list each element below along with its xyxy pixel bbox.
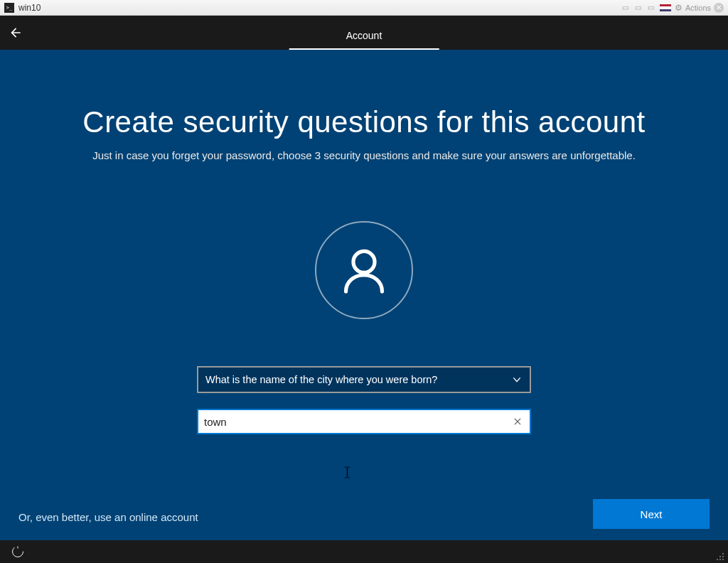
security-question-selected: What is the name of the city where you w…	[205, 374, 437, 385]
svg-point-5	[717, 559, 718, 560]
vm-close-icon[interactable]: ✕	[714, 3, 724, 13]
text-cursor-icon	[344, 466, 350, 478]
oobe-bottombar	[0, 540, 728, 563]
svg-point-2	[722, 553, 724, 554]
tab-account[interactable]: Account	[289, 21, 439, 50]
vm-title: win10	[18, 3, 41, 13]
svg-point-4	[722, 556, 724, 557]
oobe-header: Account	[0, 16, 728, 50]
security-answer-input[interactable]	[204, 416, 511, 428]
svg-point-6	[719, 559, 721, 560]
vm-titlebar: win10 ▭ ▭ ▭ ⚙ Actions ✕	[0, 0, 728, 16]
main-content: Create security questions for this accou…	[0, 50, 728, 540]
ease-of-access-button[interactable]	[10, 544, 26, 559]
use-online-account-link[interactable]: Or, even better, use an online account	[18, 511, 198, 523]
clear-input-button[interactable]	[511, 415, 524, 428]
answer-input-wrap[interactable]	[197, 409, 531, 434]
vm-flag-icon[interactable]	[660, 4, 671, 11]
vm-app-icon	[4, 3, 14, 13]
avatar	[315, 221, 413, 319]
vm-display-icon-3[interactable]: ▭	[646, 3, 657, 13]
gear-icon[interactable]: ⚙	[674, 3, 684, 13]
vm-actions-label[interactable]: Actions	[685, 4, 711, 12]
chevron-down-icon	[511, 374, 523, 385]
resize-grip-icon	[715, 552, 725, 562]
vm-display-icon-1[interactable]: ▭	[620, 3, 631, 13]
next-button-label: Next	[641, 508, 663, 520]
accessibility-icon	[11, 545, 24, 558]
tab-account-label: Account	[346, 30, 382, 41]
svg-point-0	[353, 251, 375, 272]
svg-point-7	[722, 559, 724, 560]
page-title: Create security questions for this accou…	[82, 105, 645, 139]
vm-display-icon-2[interactable]: ▭	[633, 3, 644, 13]
security-question-select[interactable]: What is the name of the city where you w…	[197, 366, 531, 393]
back-arrow-icon	[9, 26, 23, 40]
page-subtitle: Just in case you forget your password, c…	[92, 149, 636, 161]
user-icon	[338, 244, 390, 296]
next-button[interactable]: Next	[593, 499, 710, 529]
svg-point-3	[719, 556, 721, 557]
close-icon	[513, 417, 523, 427]
back-button[interactable]	[0, 16, 31, 50]
